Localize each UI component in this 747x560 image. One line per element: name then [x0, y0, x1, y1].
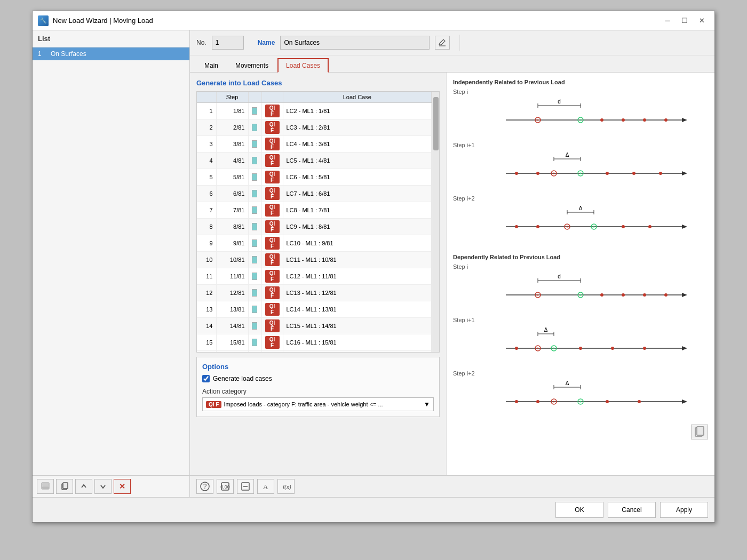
content-split: Generate into Load Cases Step	[190, 73, 714, 475]
row-lc: LC8 - ML1 : 7/81	[283, 202, 432, 219]
table-row[interactable]: 6 6/81 QI F LC7 - ML1 : 6/81	[197, 186, 432, 202]
svg-point-88	[580, 401, 582, 403]
row-lc: LC11 - ML1 : 10/81	[283, 252, 432, 268]
col-num-header	[197, 92, 216, 103]
svg-point-83	[515, 400, 518, 403]
table-row[interactable]: 2 2/81 QI F LC3 - ML1 : 2/81	[197, 119, 432, 136]
generate-section-title: Generate into Load Cases	[196, 79, 440, 87]
row-lc: LC5 - ML1 : 4/81	[283, 153, 432, 169]
formula-button[interactable]: f(x)	[277, 479, 295, 494]
row-badge: QI F	[261, 169, 283, 186]
row-color	[248, 268, 261, 285]
right-panel: Independently Related to Previous Load S…	[446, 73, 714, 475]
action-cat-badge: QI F	[206, 401, 221, 408]
row-color	[248, 318, 261, 334]
apply-button[interactable]: Apply	[660, 502, 708, 518]
table-row[interactable]: 4 4/81 QI F LC5 - ML1 : 4/81	[197, 153, 432, 169]
table-row[interactable]: 7 7/81 QI F LC8 - ML1 : 7/81	[197, 202, 432, 219]
svg-point-33	[632, 172, 635, 175]
svg-point-59	[600, 293, 603, 297]
step-i-label-2: Step i	[453, 263, 708, 270]
name-input[interactable]	[280, 36, 430, 50]
row-step: 15/81	[216, 334, 248, 351]
row-num: 16	[197, 351, 216, 353]
generate-checkbox[interactable]	[202, 375, 210, 382]
step-i-diagram-2: d	[453, 271, 708, 314]
table-row[interactable]: 8 8/81 QI F LC9 - ML1 : 8/81	[197, 219, 432, 235]
row-lc: LC6 - ML1 : 5/81	[283, 169, 432, 186]
table-row[interactable]: 12 12/81 QI F LC13 - ML1 : 12/81	[197, 285, 432, 301]
move-up-button[interactable]	[75, 479, 92, 494]
action-cat-select[interactable]: QI F Imposed loads - category F: traffic…	[202, 397, 434, 411]
row-num: 3	[197, 136, 216, 153]
row-badge: QI F	[261, 153, 283, 169]
table-row[interactable]: 13 13/81 QI F LC14 - ML1 : 13/81	[197, 301, 432, 318]
row-lc: LC17 - ML1 : 16/81	[283, 351, 432, 353]
row-num: 7	[197, 202, 216, 219]
table-row[interactable]: 14 14/81 QI F LC15 - ML1 : 14/81	[197, 318, 432, 334]
mode-button[interactable]	[237, 479, 254, 494]
no-input[interactable]	[212, 36, 244, 50]
step-i-svg-2: d	[453, 271, 708, 314]
title-bar: 🔧 New Load Wizard | Moving Load ─ ☐ ✕	[33, 11, 714, 30]
add-item-button[interactable]	[37, 479, 54, 494]
copy-diagram-button[interactable]	[691, 425, 708, 439]
table-row[interactable]: 1 1/81 QI F LC2 - ML1 : 1/81	[197, 103, 432, 119]
table-row[interactable]: 15 15/81 QI F LC16 - ML1 : 15/81	[197, 334, 432, 351]
svg-text:d: d	[558, 99, 561, 105]
row-num: 4	[197, 153, 216, 169]
row-lc: LC2 - ML1 : 1/81	[283, 103, 432, 119]
action-cat-row: Action category QI F Imposed loads - cat…	[202, 388, 434, 411]
table-row[interactable]: 11 11/81 QI F LC12 - ML1 : 11/81	[197, 268, 432, 285]
left-panel: Generate into Load Cases Step	[190, 73, 446, 475]
sidebar-item-label: On Surfaces	[51, 50, 86, 58]
sidebar-header: List	[33, 30, 189, 47]
svg-rect-2	[42, 483, 49, 486]
tab-movements[interactable]: Movements	[227, 58, 276, 73]
table-row[interactable]: 3 3/81 QI F LC4 - ML1 : 3/81	[197, 136, 432, 153]
row-step: 12/81	[216, 285, 248, 301]
edit-name-button[interactable]	[435, 36, 450, 50]
row-color	[248, 334, 261, 351]
table-row[interactable]: 5 5/81 QI F LC6 - ML1 : 5/81	[197, 169, 432, 186]
main-window: 🔧 New Load Wizard | Moving Load ─ ☐ ✕ Li…	[32, 11, 715, 523]
copy-item-button[interactable]	[56, 479, 73, 494]
table-row[interactable]: 16 16/81 QI F LC17 - ML1 : 16/81	[197, 351, 432, 353]
row-num: 15	[197, 334, 216, 351]
dropdown-arrow-icon: ▼	[424, 401, 430, 408]
row-step: 7/81	[216, 202, 248, 219]
cancel-button[interactable]: Cancel	[608, 502, 656, 518]
row-badge: QI F	[261, 268, 283, 285]
minimize-button[interactable]: ─	[660, 15, 675, 27]
move-down-button[interactable]	[94, 479, 112, 494]
close-button[interactable]: ✕	[694, 15, 709, 27]
table-row[interactable]: 10 10/81 QI F LC11 - ML1 : 10/81	[197, 252, 432, 268]
ok-button[interactable]: OK	[555, 502, 603, 518]
col-lc-header: Load Case	[283, 92, 432, 103]
text-button[interactable]: A	[257, 479, 274, 494]
svg-point-32	[606, 172, 609, 175]
load-cases-data-table: Step Load Case 1 1/81 QI F LC2 - ML1 : 1…	[197, 92, 432, 352]
table-row[interactable]: 9 9/81 QI F LC10 - ML1 : 9/81	[197, 235, 432, 252]
svg-marker-54	[682, 293, 687, 297]
tab-load-cases[interactable]: Load Cases	[277, 58, 329, 73]
svg-point-48	[648, 225, 651, 228]
numbers-button[interactable]: 0,00	[217, 479, 234, 494]
sidebar-list: 1 On Surfaces	[33, 47, 189, 475]
action-cat-text: Imposed loads - category F: traffic area…	[224, 401, 422, 407]
row-lc: LC15 - ML1 : 14/81	[283, 318, 432, 334]
row-color	[248, 119, 261, 136]
name-label: Name	[258, 39, 275, 46]
vertical-scrollbar[interactable]	[432, 92, 439, 352]
sidebar-item-1[interactable]: 1 On Surfaces	[33, 47, 189, 60]
svg-point-89	[606, 400, 609, 403]
maximize-button[interactable]: ☐	[677, 15, 692, 27]
row-step: 1/81	[216, 103, 248, 119]
svg-point-76	[643, 347, 646, 350]
tab-main[interactable]: Main	[196, 58, 226, 73]
svg-point-29	[553, 173, 555, 174]
row-badge: QI F	[261, 334, 283, 351]
help-button[interactable]: ?	[196, 479, 213, 494]
delete-item-button[interactable]: ✕	[114, 479, 131, 494]
options-section: Options Generate load cases Action categ…	[196, 357, 440, 417]
